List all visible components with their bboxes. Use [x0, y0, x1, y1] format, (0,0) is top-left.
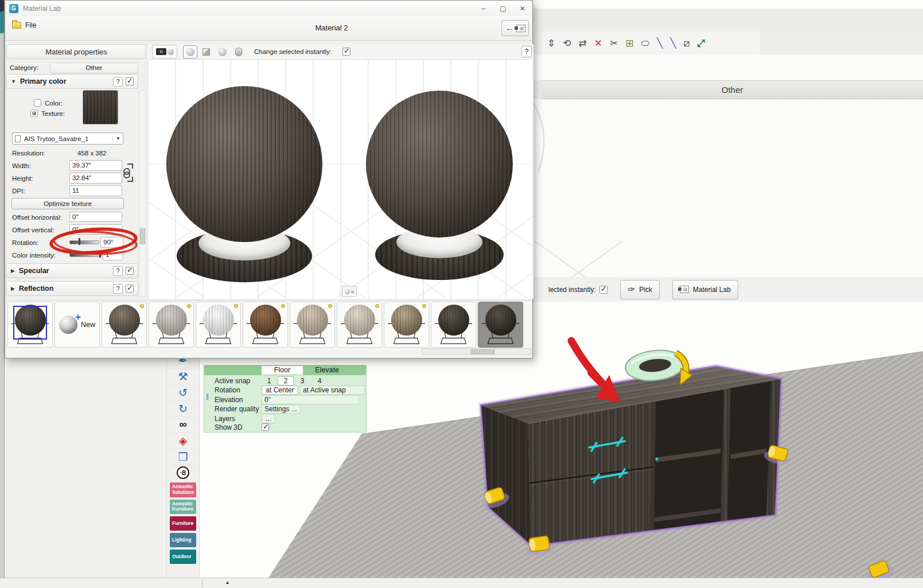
- width-field[interactable]: 39.37": [69, 160, 122, 171]
- elevation-input[interactable]: 0": [262, 395, 359, 404]
- catalog-book-icon[interactable]: ❒: [171, 449, 195, 464]
- line-tool-icon[interactable]: ╲: [657, 38, 663, 48]
- sidebar-item-acoustic-furniture[interactable]: Acoustic Furniture: [170, 500, 196, 515]
- reflection-checkbox[interactable]: [126, 285, 134, 293]
- preview-canvas[interactable]: «: [147, 60, 533, 299]
- shape-cube-button[interactable]: [199, 45, 213, 59]
- offset-vertical-field[interactable]: 0": [69, 224, 122, 235]
- instant-checkbox[interactable]: [599, 286, 607, 294]
- color-radio[interactable]: [34, 99, 41, 107]
- panel-scrollbar[interactable]: [139, 90, 146, 297]
- help-button[interactable]: ?: [113, 266, 123, 276]
- intensity-slider[interactable]: [69, 251, 102, 258]
- wrench-tool-icon[interactable]: ⚒: [171, 368, 195, 384]
- rotate-object-icon[interactable]: ⟲: [563, 38, 571, 48]
- help-button[interactable]: ?: [113, 77, 123, 87]
- intensity-field[interactable]: 1: [103, 250, 123, 260]
- material-thumbnail-selected[interactable]: [7, 302, 53, 348]
- scroll-up-icon[interactable]: ▴: [226, 579, 229, 585]
- cut-paste-icon[interactable]: ✂: [610, 38, 618, 48]
- snap-option-2[interactable]: 2: [278, 376, 294, 385]
- optimize-texture-button[interactable]: Optimize texture: [11, 198, 124, 209]
- texture-dropdown[interactable]: AIS Trytoo_Savatre_1 ▼: [12, 133, 123, 145]
- delete-icon[interactable]: ✕: [594, 38, 602, 48]
- material-thumbnail[interactable]: [149, 302, 194, 348]
- snap-option-3[interactable]: 3: [295, 376, 310, 385]
- new-material-button[interactable]: + New: [54, 302, 100, 348]
- snap-option-1[interactable]: 1: [262, 376, 276, 385]
- texture-radio-row[interactable]: Texture:: [30, 110, 65, 117]
- rotation-at-center[interactable]: at Center: [262, 385, 298, 395]
- apply-back-button[interactable]: ←: [501, 20, 529, 36]
- sidebar-item-outdoor[interactable]: Outdoor: [170, 550, 196, 564]
- link-dimensions-icon[interactable]: [123, 163, 134, 182]
- move-arrows-icon[interactable]: ⤢: [697, 38, 705, 48]
- material-thumbnail[interactable]: [196, 302, 241, 348]
- specular-section[interactable]: ▶ Specular ?: [6, 263, 138, 278]
- thumbnail-scrollbar[interactable]: [422, 348, 531, 355]
- material-thumbnail-current[interactable]: [478, 302, 523, 348]
- sidebar-item-lighting[interactable]: Lighting: [170, 533, 196, 547]
- rotation-at-snap-point[interactable]: at Active snap point: [300, 385, 365, 395]
- shape-cylinder-button[interactable]: [231, 45, 246, 59]
- cabinet[interactable]: [481, 366, 781, 546]
- minimize-button[interactable]: –: [474, 2, 493, 15]
- material-sphere-right[interactable]: [366, 91, 513, 237]
- rotation-slider[interactable]: [69, 238, 99, 245]
- dialog-titlebar[interactable]: G Material Lab – ▢ ✕: [5, 1, 532, 16]
- sketchup-logo-icon[interactable]: ◈: [171, 433, 195, 448]
- color-radio-row[interactable]: Color:: [34, 99, 63, 107]
- material-thumbnail[interactable]: [337, 302, 382, 348]
- offset-horizontal-field[interactable]: 0": [69, 212, 122, 222]
- rotation-slider-thumb[interactable]: [79, 238, 80, 245]
- rings-icon[interactable]: ∞: [171, 416, 195, 432]
- tab-floor[interactable]: Floor: [262, 366, 303, 375]
- brand-b-icon[interactable]: ·B: [171, 465, 195, 480]
- sidebar-item-furniture[interactable]: Furniture: [170, 516, 196, 531]
- tab-elevate[interactable]: Elevate: [305, 366, 349, 375]
- show-3d-checkbox[interactable]: [262, 423, 269, 431]
- material-thumbnail[interactable]: [102, 302, 147, 348]
- primary-color-section[interactable]: ▼ Primary color ?: [6, 74, 138, 89]
- rotate-tool-icon[interactable]: ↻: [171, 400, 195, 416]
- insert-image-icon[interactable]: ⊞: [625, 38, 633, 48]
- ellipse-tool-icon[interactable]: ⬭: [641, 38, 650, 48]
- category-select[interactable]: Other: [50, 63, 138, 73]
- resize-vertical-icon[interactable]: ⇕: [547, 38, 555, 48]
- material-thumbnail[interactable]: [431, 302, 476, 348]
- close-button[interactable]: ✕: [513, 2, 532, 15]
- help-button[interactable]: ?: [521, 46, 532, 57]
- stretch-icon[interactable]: ⇄: [579, 38, 587, 48]
- help-button[interactable]: ?: [113, 284, 123, 294]
- intensity-slider-thumb[interactable]: [99, 251, 101, 258]
- texture-radio[interactable]: [30, 110, 38, 117]
- material-sphere-left[interactable]: [166, 86, 322, 242]
- material-thumbnail[interactable]: [290, 302, 335, 348]
- rotation-field[interactable]: 90°: [100, 237, 123, 248]
- pick-button[interactable]: ✑ Pick: [620, 280, 660, 299]
- reflection-section[interactable]: ▶ Reflection ?: [6, 281, 138, 296]
- polyline-tool-icon[interactable]: ╲: [670, 38, 676, 48]
- primary-color-checkbox[interactable]: [126, 77, 134, 85]
- panel-scrollbar-thumb[interactable]: [140, 228, 145, 244]
- material-lab-button[interactable]: Material Lab: [672, 280, 738, 299]
- maximize-button[interactable]: ▢: [493, 2, 513, 15]
- material-thumbnail[interactable]: [384, 302, 429, 348]
- instant-checkbox-dialog[interactable]: [342, 48, 350, 56]
- category-header-other[interactable]: Other: [542, 80, 923, 99]
- panel-edge-tab[interactable]: [0, 11, 4, 33]
- sidebar-item-acoustic-solutions[interactable]: Acoustic Solutions: [170, 482, 196, 497]
- material-thumbnail[interactable]: [243, 302, 288, 348]
- dpi-field[interactable]: 11: [69, 185, 122, 196]
- snap-option-4[interactable]: 4: [312, 376, 327, 385]
- file-menu[interactable]: File: [12, 21, 36, 29]
- measure-icon[interactable]: ⧄: [684, 38, 690, 48]
- render-preview-button[interactable]: [152, 45, 177, 59]
- collapse-thumbnails-button[interactable]: «: [342, 286, 357, 297]
- shape-smooth-sphere-button[interactable]: [215, 45, 229, 59]
- shape-sphere-button[interactable]: [183, 45, 197, 59]
- thumbnail-scrollbar-thumb[interactable]: [470, 349, 494, 354]
- render-quality-settings[interactable]: Settings ...: [262, 404, 301, 414]
- texture-preview[interactable]: [83, 90, 118, 124]
- specular-checkbox[interactable]: [126, 267, 134, 275]
